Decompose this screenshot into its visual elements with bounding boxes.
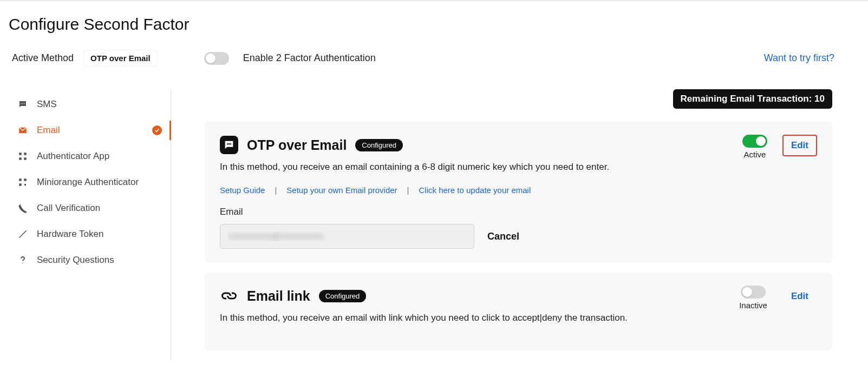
cancel-button[interactable]: Cancel: [487, 231, 519, 242]
svg-point-0: [21, 103, 22, 104]
sidebar-item-authenticator-app[interactable]: Authenticator App: [9, 143, 171, 169]
svg-point-2: [24, 103, 25, 104]
want-to-try-link[interactable]: Want to try first?: [764, 52, 834, 64]
svg-point-12: [227, 143, 229, 145]
sidebar-item-label: Email: [37, 125, 60, 136]
sidebar-item-label: Hardware Token: [37, 229, 103, 240]
page-title: Configure Second Factor: [9, 15, 859, 34]
email-icon: [17, 125, 28, 136]
toggle-state-label: Inactive: [739, 301, 767, 310]
miniorange-icon: [17, 177, 28, 188]
header-row: Active Method OTP over Email Enable 2 Fa…: [9, 48, 859, 78]
svg-point-13: [229, 143, 230, 145]
svg-rect-9: [19, 183, 22, 186]
call-icon: [17, 203, 28, 214]
link-row: Setup Guide | Setup your own Email provi…: [220, 186, 817, 195]
svg-rect-3: [19, 153, 22, 155]
svg-point-14: [230, 143, 231, 145]
setup-email-provider-link[interactable]: Setup your own Email provider: [286, 186, 397, 195]
chat-otp-icon: [220, 136, 238, 154]
authenticator-icon: [17, 151, 28, 162]
enable-2fa-label: Enable 2 Factor Authentication: [243, 52, 376, 64]
svg-rect-8: [24, 178, 27, 181]
separator: |: [275, 186, 277, 195]
svg-rect-7: [19, 178, 22, 181]
check-badge-icon: [152, 125, 162, 135]
email-field[interactable]: [220, 224, 474, 249]
sidebar: SMS Email Authenticator App: [9, 89, 171, 360]
sms-icon: [17, 99, 28, 110]
card-description: In this method, you receive an email wit…: [220, 313, 817, 323]
active-method-label: Active Method: [12, 52, 74, 64]
active-method-value: OTP over Email: [83, 50, 158, 67]
sidebar-item-label: Authenticator App: [37, 151, 109, 162]
update-email-link[interactable]: Click here to update your email: [419, 186, 531, 195]
sidebar-item-email[interactable]: Email: [9, 117, 171, 143]
main-content: Remaining Email Transaction: 10 OTP over…: [171, 89, 859, 360]
sidebar-item-miniorange-authenticator[interactable]: Miniorange Authenticator: [9, 169, 171, 195]
email-link-active-toggle[interactable]: [741, 286, 766, 299]
sidebar-item-sms[interactable]: SMS: [9, 91, 171, 117]
card-description: In this method, you receive an email con…: [220, 162, 817, 173]
setup-guide-link[interactable]: Setup Guide: [220, 186, 265, 195]
email-field-label: Email: [220, 207, 817, 217]
configured-badge: Configured: [355, 139, 403, 151]
svg-point-11: [22, 263, 23, 264]
separator: |: [407, 186, 409, 195]
sidebar-item-hardware-token[interactable]: Hardware Token: [9, 221, 171, 247]
email-link-card: Email link Configured Inactive Edit In t…: [205, 273, 832, 350]
svg-rect-4: [24, 153, 27, 155]
edit-otp-email-button[interactable]: Edit: [782, 135, 817, 156]
toggle-state-label: Active: [743, 150, 766, 159]
toggle-knob: [756, 136, 766, 146]
question-icon: [17, 255, 28, 266]
toggle-knob: [206, 54, 216, 63]
toggle-knob: [742, 287, 752, 297]
otp-over-email-card: OTP over Email Configured Active Edit In…: [205, 122, 832, 263]
sidebar-item-label: Miniorange Authenticator: [37, 177, 139, 188]
svg-point-1: [22, 103, 23, 104]
svg-rect-6: [24, 157, 27, 160]
enable-2fa-toggle[interactable]: [204, 52, 229, 65]
sidebar-item-label: Call Verification: [37, 203, 100, 214]
sidebar-item-label: SMS: [37, 99, 57, 110]
card-title: Email link: [247, 288, 310, 304]
otp-email-active-toggle[interactable]: [742, 135, 767, 148]
svg-rect-10: [24, 184, 26, 186]
card-title: OTP over Email: [247, 137, 347, 153]
remaining-email-transaction-badge: Remaining Email Transaction: 10: [673, 89, 832, 109]
link-icon: [220, 287, 238, 305]
svg-rect-5: [19, 157, 22, 160]
hardware-icon: [17, 229, 28, 240]
edit-email-link-button[interactable]: Edit: [782, 286, 817, 307]
configured-badge: Configured: [319, 290, 367, 302]
sidebar-item-call-verification[interactable]: Call Verification: [9, 195, 171, 221]
sidebar-item-security-questions[interactable]: Security Questions: [9, 247, 171, 273]
sidebar-item-label: Security Questions: [37, 255, 114, 266]
